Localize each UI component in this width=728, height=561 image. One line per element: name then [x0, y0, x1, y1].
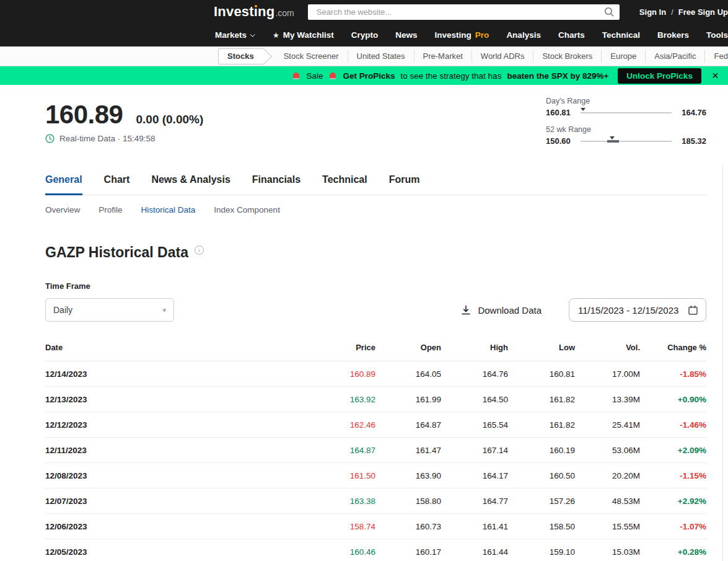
- header-top-row: Investıng .com Sign In / Free Sign Up: [0, 0, 728, 24]
- banner-text: to see the strategy that has: [401, 71, 502, 81]
- subnav-item-world-adrs[interactable]: World ADRs: [471, 50, 533, 63]
- nav-item-analysis[interactable]: Analysis: [498, 30, 550, 40]
- cell-price: 163.38: [307, 497, 375, 506]
- nav-item-label: Crypto: [351, 30, 379, 40]
- nav-item-tools[interactable]: Tools: [698, 30, 728, 40]
- days-range-bar: [581, 112, 672, 113]
- nav-item-brokers[interactable]: Brokers: [649, 30, 698, 40]
- info-icon[interactable]: i: [195, 245, 204, 255]
- cell-open: 161.47: [375, 446, 441, 455]
- siren-icon: [330, 73, 336, 78]
- nav-item-technical[interactable]: Technical: [594, 30, 649, 40]
- site-header: Investıng .com Sign In / Free Sign Up Ma…: [0, 0, 728, 46]
- chevron-down-icon: ▾: [162, 306, 166, 314]
- cell-price: 163.92: [307, 395, 375, 404]
- search-icon[interactable]: [604, 7, 615, 17]
- page-title: GAZP Historical Data: [45, 244, 188, 261]
- cell-open: 158.80: [375, 497, 441, 506]
- propicks-banner: Sale Get ProPicks to see the strategy th…: [0, 66, 728, 85]
- days-range-marker: [581, 108, 585, 111]
- logo-suffix: .com: [275, 8, 294, 18]
- main-content: 160.89 0.00 (0.00%) Real-time Data · 15:…: [0, 85, 728, 561]
- subtab-profile[interactable]: Profile: [99, 205, 122, 214]
- subnav-item-stocks[interactable]: Stocks: [218, 48, 264, 64]
- cell-price: 160.89: [307, 369, 375, 379]
- subtab-overview[interactable]: Overview: [45, 205, 80, 214]
- calendar-icon: [688, 305, 698, 316]
- subnav-item-stock-screener[interactable]: Stock Screener: [275, 50, 348, 63]
- nav-item-my-watchlist[interactable]: ★My Watchlist: [264, 30, 343, 40]
- cell-price: 160.46: [307, 547, 375, 557]
- subtab-index-component[interactable]: Index Component: [214, 205, 280, 214]
- cell-vol: 25.41M: [575, 420, 640, 430]
- markets-subnav: StocksStock ScreenerUnited StatesPre-Mar…: [0, 46, 728, 66]
- subnav-item-asia-pacific[interactable]: Asia/Pacific: [645, 50, 704, 63]
- nav-item-charts[interactable]: Charts: [550, 30, 594, 40]
- time-frame-select[interactable]: Daily ▾: [45, 298, 174, 322]
- cell-chgp: -1.15%: [640, 471, 706, 480]
- subnav-item-united-states[interactable]: United States: [348, 50, 414, 63]
- cell-high: 161.44: [441, 547, 508, 557]
- nav-brand-text: Investing: [435, 30, 471, 40]
- banner-close-icon[interactable]: ×: [707, 69, 724, 82]
- table-row: 12/11/2023164.87161.47167.14160.1953.06M…: [45, 438, 706, 463]
- cell-date: 12/06/2023: [45, 522, 307, 531]
- instrument-tabs: GeneralChartNews & AnalysisFinancialsTec…: [45, 174, 706, 195]
- wk52-range-bar: [581, 141, 672, 142]
- right-controls: Download Data 11/15/2023 - 12/15/2023: [461, 298, 706, 322]
- tab-chart[interactable]: Chart: [104, 174, 130, 195]
- banner-bold-text: Get ProPicks: [343, 71, 395, 81]
- unlock-propicks-button[interactable]: Unlock ProPicks: [618, 68, 701, 84]
- subnav-item-europe[interactable]: Europe: [601, 50, 645, 63]
- section-title-row: GAZP Historical Data i: [45, 244, 706, 261]
- table-row: 12/05/2023160.46160.17161.44159.1015.03M…: [45, 539, 706, 561]
- tab-general[interactable]: General: [45, 174, 82, 195]
- table-row: 12/13/2023163.92161.99164.50161.8213.39M…: [45, 387, 706, 412]
- nav-item-markets[interactable]: Markets: [206, 30, 264, 40]
- cell-low: 159.10: [508, 547, 575, 557]
- realtime-label: Real-time Data · 15:49:58: [59, 134, 156, 143]
- cell-open: 160.73: [375, 522, 441, 531]
- subnav-item-fed-rate-monitor-tool[interactable]: Fed Rate Monitor Tool: [704, 50, 728, 63]
- subtab-historical-data[interactable]: Historical Data: [141, 205, 196, 214]
- wk52-range-marker: [610, 136, 615, 139]
- subnav-item-pre-market[interactable]: Pre-Market: [414, 50, 471, 63]
- cell-low: 160.50: [508, 471, 575, 480]
- cell-chgp: +0.28%: [640, 547, 706, 557]
- banner-bold-text-2: beaten the SPX by 829%+: [507, 71, 608, 81]
- tab-technical[interactable]: Technical: [322, 174, 367, 195]
- sign-in-link[interactable]: Sign In: [639, 7, 666, 17]
- download-data-button[interactable]: Download Data: [461, 305, 542, 316]
- site-logo[interactable]: Investıng .com: [214, 4, 294, 20]
- cell-vol: 53.06M: [575, 446, 640, 455]
- date-range-picker[interactable]: 11/15/2023 - 12/15/2023: [569, 298, 706, 322]
- free-sign-up-link[interactable]: Free Sign Up: [678, 7, 728, 17]
- nav-item-news[interactable]: News: [387, 30, 426, 40]
- column-header-high: High: [441, 343, 508, 352]
- cell-high: 164.50: [441, 395, 508, 404]
- cell-date: 12/12/2023: [45, 420, 307, 430]
- subnav-item-stock-brokers[interactable]: Stock Brokers: [533, 50, 601, 63]
- nav-item-crypto[interactable]: Crypto: [343, 30, 387, 40]
- cell-open: 164.87: [375, 420, 441, 430]
- cell-vol: 15.03M: [575, 547, 640, 557]
- auth-separator: /: [671, 7, 673, 17]
- cell-price: 158.74: [307, 522, 375, 531]
- wk52-range-band: [607, 140, 619, 143]
- cell-vol: 13.39M: [575, 395, 640, 404]
- tab-forum[interactable]: Forum: [389, 174, 420, 195]
- nav-item-investingpro[interactable]: InvestingPro: [426, 30, 498, 40]
- table-row: 12/07/2023163.38158.80164.77157.2648.53M…: [45, 488, 706, 514]
- cell-open: 160.17: [375, 547, 441, 557]
- table-header: DatePriceOpenHighLowVol.Change %: [45, 343, 706, 361]
- cell-high: 164.76: [441, 369, 508, 379]
- tab-financials[interactable]: Financials: [252, 174, 300, 195]
- nav-item-label: News: [395, 30, 417, 40]
- nav-item-label: Analysis: [506, 30, 541, 40]
- site-search[interactable]: [308, 4, 620, 20]
- cell-chgp: +2.09%: [640, 446, 706, 455]
- cell-open: 163.90: [375, 471, 441, 480]
- tab-news-analysis[interactable]: News & Analysis: [151, 174, 230, 195]
- search-input[interactable]: [315, 7, 604, 17]
- price-change: 0.00 (0.00%): [136, 113, 203, 126]
